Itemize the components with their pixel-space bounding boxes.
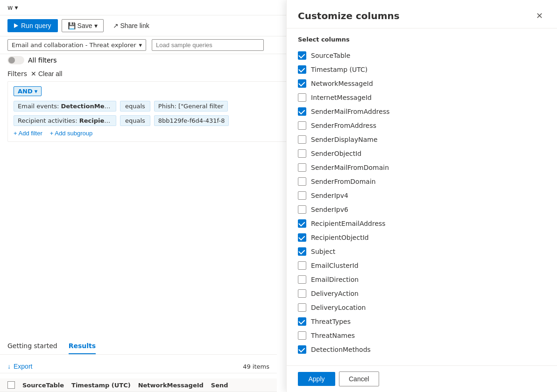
col-header-send: Send — [211, 382, 228, 389]
column-item: NetworkMessageId — [298, 77, 546, 91]
filter-field-chip-1[interactable]: Email events: DetectionMethods — [14, 101, 116, 112]
share-link-label: Share link — [120, 22, 149, 29]
export-button[interactable]: ↓ Export — [7, 363, 32, 370]
columns-list: SourceTableTimestamp (UTC)NetworkMessage… — [298, 49, 546, 357]
save-chevron-icon: ▾ — [94, 22, 98, 29]
add-filter-button[interactable]: + Add filter — [14, 130, 42, 137]
column-name-label: ThreatTypes — [311, 318, 351, 325]
column-item: SenderIpv6 — [298, 203, 546, 217]
column-name-label: SenderFromAddress — [311, 122, 376, 129]
column-checkbox-emaildirection[interactable] — [298, 275, 306, 284]
column-checkbox-sendermailfromaddress[interactable] — [298, 107, 306, 116]
column-checkbox-networkmessageid[interactable] — [298, 79, 306, 88]
column-item: Timestamp (UTC) — [298, 63, 546, 77]
column-item: SenderMailFromAddress — [298, 105, 546, 119]
tab-getting-started[interactable]: Getting started — [7, 338, 57, 354]
panel-title: Customize columns — [298, 10, 400, 21]
filter-value-chip-1[interactable]: Phish: ["General filter — [154, 101, 228, 112]
filter-operator-chip-2[interactable]: equals — [120, 115, 150, 126]
column-checkbox-senderipv4[interactable] — [298, 191, 306, 200]
view-dropdown[interactable]: w ▾ — [7, 4, 18, 11]
column-checkbox-deliverylocation[interactable] — [298, 303, 306, 312]
column-item: InternetMessageId — [298, 91, 546, 105]
column-item: DeliveryLocation — [298, 301, 546, 315]
query-source-label: Email and collaboration - Threat explore… — [12, 42, 136, 49]
column-name-label: NetworkMessageId — [311, 80, 373, 87]
column-name-label: SenderIpv6 — [311, 206, 348, 213]
column-item: SenderIpv4 — [298, 189, 546, 203]
column-checkbox-senderobjectid[interactable] — [298, 149, 306, 158]
add-subgroup-button[interactable]: + Add subgroup — [50, 130, 92, 137]
all-filters-toggle[interactable] — [7, 56, 24, 64]
cancel-button[interactable]: Cancel — [339, 371, 379, 386]
column-name-label: DetectionMethods — [311, 346, 371, 353]
column-checkbox-sourcetable[interactable] — [298, 51, 306, 60]
filter-value-text-1: Phish: ["General filter — [158, 103, 224, 110]
all-filters-label: All filters — [28, 56, 57, 64]
column-item: EmailDirection — [298, 273, 546, 287]
column-item: RecipientEmailAddress — [298, 217, 546, 231]
column-checkbox-subject[interactable] — [298, 247, 306, 256]
select-columns-label: Select columns — [298, 36, 546, 43]
bottom-tabs: Getting started Results — [0, 338, 277, 355]
column-name-label: DeliveryAction — [311, 290, 359, 297]
filter-value-text-2: 8bb129fe-f6d4-431f-8 — [158, 117, 225, 124]
export-down-icon: ↓ — [7, 363, 11, 370]
column-checkbox-senderfromdomain[interactable] — [298, 177, 306, 186]
column-name-label: RecipientObjectId — [311, 234, 369, 241]
clear-all-button[interactable]: ✕ Clear all — [31, 70, 62, 77]
panel-footer: Apply Cancel — [287, 365, 557, 392]
column-name-label: SenderMailFromDomain — [311, 164, 389, 171]
run-query-button[interactable]: Run query — [7, 19, 58, 32]
column-checkbox-senderdisplayname[interactable] — [298, 135, 306, 144]
filter-field-chip-2[interactable]: Recipient activities: RecipientObj... — [14, 115, 116, 126]
col-header-network-message-id: NetworkMessageId — [138, 382, 204, 389]
view-label: w — [7, 4, 13, 11]
save-button[interactable]: 💾 Save ▾ — [62, 19, 104, 32]
filter-operator-text-1: equals — [125, 103, 145, 110]
table-select-all-checkbox[interactable] — [7, 381, 15, 389]
column-name-label: EmailDirection — [311, 276, 359, 283]
sample-queries-input[interactable] — [152, 39, 264, 51]
column-item: DetectionMethods — [298, 343, 546, 357]
close-panel-button[interactable]: ✕ — [533, 9, 546, 22]
column-checkbox-recipientemailaddress[interactable] — [298, 219, 306, 228]
column-checkbox-deliveryaction[interactable] — [298, 289, 306, 298]
column-checkbox-threattypes[interactable] — [298, 317, 306, 326]
column-checkbox-threatnames[interactable] — [298, 331, 306, 340]
tab-results[interactable]: Results — [69, 338, 96, 354]
col-header-source-table: SourceTable — [22, 382, 64, 389]
column-item: DeliveryAction — [298, 287, 546, 301]
filter-value-chip-2[interactable]: 8bb129fe-f6d4-431f-8 — [154, 115, 229, 126]
column-item: ThreatNames — [298, 329, 546, 343]
column-checkbox-senderfromaddress[interactable] — [298, 121, 306, 130]
play-icon — [14, 23, 18, 28]
and-label: AND — [18, 88, 33, 95]
share-icon: ↗ — [113, 22, 119, 29]
column-item: SourceTable — [298, 49, 546, 63]
column-checkbox-senderipv6[interactable] — [298, 205, 306, 214]
column-checkbox-emailclusterid[interactable] — [298, 261, 306, 270]
column-name-label: InternetMessageId — [311, 94, 372, 101]
add-filter-label: + Add filter — [14, 130, 42, 137]
column-checkbox-detectionmethods[interactable] — [298, 345, 306, 354]
query-source-dropdown[interactable]: Email and collaboration - Threat explore… — [7, 39, 146, 51]
and-operator-badge[interactable]: AND ▾ — [14, 86, 42, 96]
share-link-button[interactable]: ↗ Share link — [107, 20, 155, 32]
filter-operator-chip-1[interactable]: equals — [120, 101, 150, 112]
filters-label: Filters — [7, 70, 27, 77]
save-label: Save — [78, 22, 92, 29]
column-checkbox-sendermailfromdomain[interactable] — [298, 163, 306, 172]
panel-body: Select columns SourceTableTimestamp (UTC… — [287, 28, 557, 365]
column-checkbox-recipientobjectid[interactable] — [298, 233, 306, 242]
column-name-label: SenderDisplayName — [311, 136, 378, 143]
getting-started-label: Getting started — [7, 342, 57, 350]
column-name-label: Subject — [311, 248, 335, 255]
column-name-label: SourceTable — [311, 52, 350, 59]
apply-button[interactable]: Apply — [298, 372, 335, 386]
results-label: Results — [69, 342, 96, 350]
column-item: EmailClusterId — [298, 259, 546, 273]
column-checkbox-timestamp_(utc)[interactable] — [298, 65, 306, 74]
main-page: w ▾ Run query 💾 Save ▾ ↗ Share link ☰ Up… — [0, 0, 557, 392]
column-checkbox-internetmessageid[interactable] — [298, 93, 306, 102]
